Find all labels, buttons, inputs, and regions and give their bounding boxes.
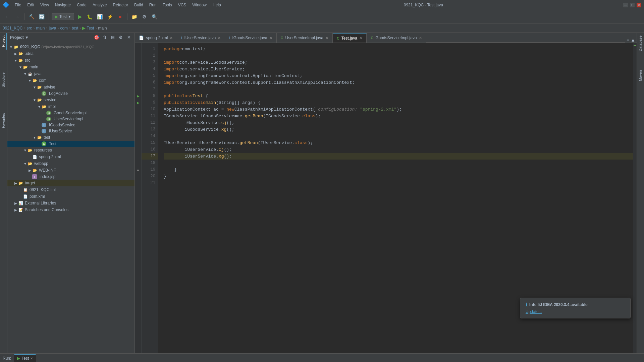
tree-item-src[interactable]: ▼ 📂 src [7,57,135,64]
tree-item-extlibs[interactable]: ▶ 📊 External Libraries [7,200,135,206]
tree-item-main[interactable]: ▼ 📂 main [7,64,135,70]
project-side-tab[interactable]: Project [0,33,7,50]
notification-link[interactable]: Update... [526,309,625,314]
bottom-tab-test[interactable]: ▶ Test ✕ [14,354,36,362]
coverage-button[interactable]: 📊 [96,12,104,21]
line-num-18: 18 [142,160,158,166]
menu-analyze[interactable]: Analyze [90,1,110,9]
tree-item-impl[interactable]: ▼ 📂 impl [7,103,135,110]
forward-button[interactable]: → [13,12,21,21]
tree-item-com[interactable]: ▼ 📂 com [7,77,135,84]
tab-close-spring2xml[interactable]: ✕ [170,36,173,40]
breadcrumb-src[interactable]: src [26,26,32,31]
menu-refactor[interactable]: Refactor [110,1,131,9]
back-button[interactable]: ← [3,12,11,21]
breadcrumb-project[interactable]: 0921_KQC [3,26,22,31]
project-settings-button[interactable]: ⚙ [118,35,124,41]
debug-button[interactable]: 🐛 [86,12,94,21]
profile-button[interactable]: ⚡ [106,12,114,21]
project-structure-button[interactable]: 📁 [130,12,139,21]
menu-tools[interactable]: Tools [160,1,175,9]
editor-scrollbar[interactable] [633,43,637,353]
breadcrumb-test[interactable]: test [72,26,78,31]
tab-goodsserviceimpl[interactable]: C GoodsServiceImpl.java ✕ [367,33,426,43]
gutter-fold-19[interactable]: ▲ [137,166,140,173]
breadcrumb-class[interactable]: Test [87,26,94,31]
search-everywhere-button[interactable]: 🔍 [150,12,159,21]
menu-file[interactable]: File [12,1,24,9]
tree-item-java[interactable]: ▼ ☕ java [7,70,135,77]
tree-item-indexjsp[interactable]: j index.jsp [7,174,135,180]
menu-vcs[interactable]: VCS [175,1,189,9]
tab-close-userserviceimpl[interactable]: ✕ [325,36,328,40]
gutter-run-8[interactable]: ▶ [137,93,140,99]
recent-files-button[interactable]: ≡ [627,37,629,43]
expand-editor-button[interactable]: ▲ [631,37,635,43]
tree-item-igoodsservice[interactable]: I IGoodsService [7,122,135,128]
maven-side-tab[interactable]: Maven [637,67,644,84]
tree-item-userserviceimpl[interactable]: C UserServiceImpl [7,116,135,122]
gutter-run-9[interactable]: ▶ [137,99,140,106]
bottom-tab-test-close[interactable]: ✕ [30,357,33,360]
tree-item-root[interactable]: ▼ 📁 0921_KQC D:\java-baties-space\0921_K… [7,44,135,50]
maximize-button[interactable]: □ [630,3,635,7]
project-close-button[interactable]: ✕ [126,35,132,41]
tree-item-webapp[interactable]: ▼ 📂 webapp [7,160,135,167]
breadcrumb-main[interactable]: main [36,26,45,31]
tree-item-webinf[interactable]: ▶ 📂 WEB-INF [7,167,135,174]
tree-item-iml[interactable]: 📋 0921_KQC.iml [7,186,135,193]
tree-item-goodsserviceimpl[interactable]: C GoodsServiceImpl [7,110,135,116]
tab-spring2xml[interactable]: 📄 spring-2.xml ✕ [135,33,177,43]
tree-item-iuserservice[interactable]: I IUserService [7,128,135,134]
tree-item-scratches[interactable]: ▶ 📝 Scratches and Consoles [7,206,135,213]
tree-item-advise[interactable]: ▼ 📂 advise [7,84,135,90]
tree-item-spring2xml[interactable]: 📄 spring-2.xml [7,154,135,160]
build-project-button[interactable]: 🔨 [27,12,36,21]
menu-code[interactable]: Code [74,1,89,9]
tree-item-logadvise[interactable]: C LogAdvise [7,90,135,97]
sync-button[interactable]: 🔄 [37,12,46,21]
tree-item-idea[interactable]: ▶ 📂 .idea [7,50,135,57]
project-locate-button[interactable]: 🎯 [94,35,100,41]
menu-edit[interactable]: Edit [24,1,37,9]
tree-item-target[interactable]: ▶ 📂 target [7,180,135,186]
line-num-14: 14 [142,133,158,139]
structure-side-tab[interactable]: Structure [0,70,7,90]
breadcrumb-method[interactable]: main [98,26,107,31]
breadcrumb-com[interactable]: com [60,26,68,31]
run-config-selector[interactable]: ▶ Test ▼ [52,13,74,20]
run-config-label: Test [59,14,67,19]
line-num-13: 13 [142,126,158,133]
project-collapse-button[interactable]: ⊟ [110,35,116,41]
menu-build[interactable]: Build [131,1,146,9]
tab-close-test[interactable]: ✕ [359,36,362,40]
settings-button[interactable]: ⚙ [140,12,149,21]
tree-item-test-folder[interactable]: ▼ 📂 test [7,134,135,141]
menu-window[interactable]: Window [190,1,209,9]
menu-view[interactable]: View [38,1,52,9]
tab-close-iuserservice[interactable]: ✕ [218,36,221,40]
line-num-3: 3 [142,59,158,66]
tree-item-pomxml[interactable]: 📄 pom.xml [7,193,135,200]
tab-igoodsservice[interactable]: I IGoodsService.java ✕ [225,33,276,43]
breadcrumb-java[interactable]: java [49,26,56,31]
menu-help[interactable]: Help [210,1,224,9]
tab-iuserservice[interactable]: I IUserService.java ✕ [177,33,225,43]
close-button[interactable]: ✕ [637,3,641,7]
tab-close-igoodsservice[interactable]: ✕ [269,36,272,40]
tab-close-goodsserviceimpl[interactable]: ✕ [419,36,422,40]
database-side-tab[interactable]: Database [637,33,644,54]
favorites-side-tab[interactable]: Favorites [0,110,7,131]
stop-button[interactable]: ■ [116,12,124,21]
tree-item-resources[interactable]: ▼ 📂 resources [7,147,135,154]
tab-test[interactable]: C Test.java ✕ [333,33,367,43]
com-folder-icon: 📂 [32,78,38,83]
tree-item-service[interactable]: ▼ 📂 service [7,97,135,103]
run-button[interactable]: ▶ [75,12,84,21]
menu-run[interactable]: Run [147,1,159,9]
tree-item-test-class[interactable]: C Test [7,141,135,147]
menu-navigate[interactable]: Navigate [52,1,73,9]
tab-userserviceimpl[interactable]: C UserServiceImpl.java ✕ [277,33,333,43]
project-expand-button[interactable]: ⇅ [102,35,108,41]
minimize-button[interactable]: — [623,3,628,7]
